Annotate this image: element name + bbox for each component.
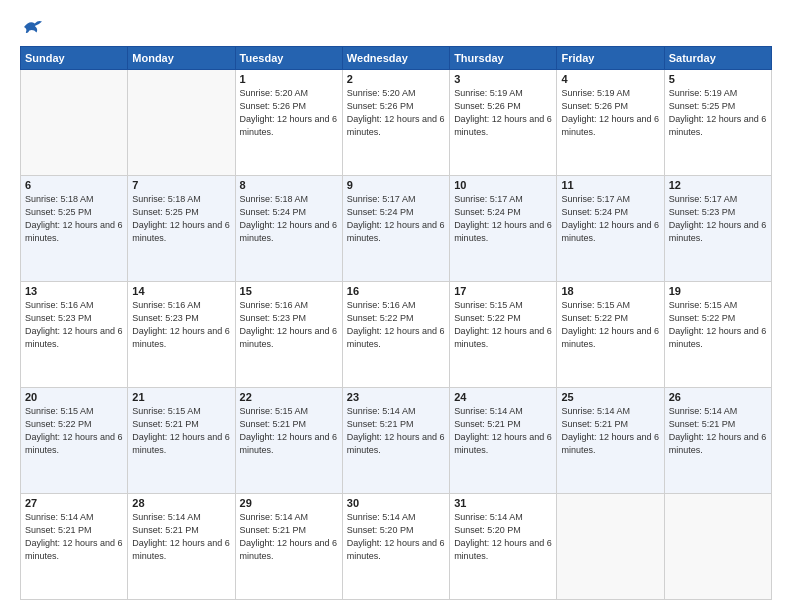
calendar-day-cell: 26Sunrise: 5:14 AMSunset: 5:21 PMDayligh… — [664, 388, 771, 494]
calendar-day-cell: 1Sunrise: 5:20 AMSunset: 5:26 PMDaylight… — [235, 70, 342, 176]
calendar-table: SundayMondayTuesdayWednesdayThursdayFrid… — [20, 46, 772, 600]
day-number: 10 — [454, 179, 552, 191]
day-info: Sunrise: 5:17 AMSunset: 5:23 PMDaylight:… — [669, 193, 767, 245]
day-info: Sunrise: 5:15 AMSunset: 5:22 PMDaylight:… — [454, 299, 552, 351]
day-info: Sunrise: 5:17 AMSunset: 5:24 PMDaylight:… — [454, 193, 552, 245]
day-number: 28 — [132, 497, 230, 509]
day-info: Sunrise: 5:18 AMSunset: 5:24 PMDaylight:… — [240, 193, 338, 245]
day-info: Sunrise: 5:15 AMSunset: 5:21 PMDaylight:… — [240, 405, 338, 457]
day-number: 25 — [561, 391, 659, 403]
day-number: 4 — [561, 73, 659, 85]
day-info: Sunrise: 5:14 AMSunset: 5:21 PMDaylight:… — [132, 511, 230, 563]
page: SundayMondayTuesdayWednesdayThursdayFrid… — [0, 0, 792, 612]
calendar-day-cell: 2Sunrise: 5:20 AMSunset: 5:26 PMDaylight… — [342, 70, 449, 176]
day-info: Sunrise: 5:19 AMSunset: 5:26 PMDaylight:… — [454, 87, 552, 139]
day-of-week-header: Friday — [557, 47, 664, 70]
day-number: 16 — [347, 285, 445, 297]
calendar-day-cell: 29Sunrise: 5:14 AMSunset: 5:21 PMDayligh… — [235, 494, 342, 600]
day-info: Sunrise: 5:17 AMSunset: 5:24 PMDaylight:… — [561, 193, 659, 245]
day-number: 7 — [132, 179, 230, 191]
calendar-day-cell: 18Sunrise: 5:15 AMSunset: 5:22 PMDayligh… — [557, 282, 664, 388]
day-info: Sunrise: 5:20 AMSunset: 5:26 PMDaylight:… — [347, 87, 445, 139]
calendar-day-cell — [21, 70, 128, 176]
day-number: 11 — [561, 179, 659, 191]
day-number: 27 — [25, 497, 123, 509]
day-number: 22 — [240, 391, 338, 403]
calendar-day-cell: 17Sunrise: 5:15 AMSunset: 5:22 PMDayligh… — [450, 282, 557, 388]
day-number: 9 — [347, 179, 445, 191]
day-number: 13 — [25, 285, 123, 297]
calendar-day-cell: 19Sunrise: 5:15 AMSunset: 5:22 PMDayligh… — [664, 282, 771, 388]
header — [20, 18, 772, 36]
day-number: 23 — [347, 391, 445, 403]
calendar-day-cell: 21Sunrise: 5:15 AMSunset: 5:21 PMDayligh… — [128, 388, 235, 494]
calendar-day-cell: 24Sunrise: 5:14 AMSunset: 5:21 PMDayligh… — [450, 388, 557, 494]
calendar-day-cell: 4Sunrise: 5:19 AMSunset: 5:26 PMDaylight… — [557, 70, 664, 176]
calendar-day-cell: 5Sunrise: 5:19 AMSunset: 5:25 PMDaylight… — [664, 70, 771, 176]
day-number: 1 — [240, 73, 338, 85]
day-info: Sunrise: 5:15 AMSunset: 5:22 PMDaylight:… — [561, 299, 659, 351]
day-number: 3 — [454, 73, 552, 85]
logo-bird-icon — [22, 18, 44, 36]
calendar-day-cell: 31Sunrise: 5:14 AMSunset: 5:20 PMDayligh… — [450, 494, 557, 600]
day-number: 21 — [132, 391, 230, 403]
day-info: Sunrise: 5:14 AMSunset: 5:20 PMDaylight:… — [454, 511, 552, 563]
day-number: 6 — [25, 179, 123, 191]
calendar-week-row: 20Sunrise: 5:15 AMSunset: 5:22 PMDayligh… — [21, 388, 772, 494]
logo — [20, 18, 46, 36]
calendar-day-cell: 6Sunrise: 5:18 AMSunset: 5:25 PMDaylight… — [21, 176, 128, 282]
day-number: 12 — [669, 179, 767, 191]
day-number: 5 — [669, 73, 767, 85]
day-number: 26 — [669, 391, 767, 403]
day-info: Sunrise: 5:16 AMSunset: 5:23 PMDaylight:… — [132, 299, 230, 351]
day-info: Sunrise: 5:19 AMSunset: 5:26 PMDaylight:… — [561, 87, 659, 139]
day-header-row: SundayMondayTuesdayWednesdayThursdayFrid… — [21, 47, 772, 70]
calendar-day-cell: 25Sunrise: 5:14 AMSunset: 5:21 PMDayligh… — [557, 388, 664, 494]
day-of-week-header: Tuesday — [235, 47, 342, 70]
day-info: Sunrise: 5:14 AMSunset: 5:20 PMDaylight:… — [347, 511, 445, 563]
calendar-day-cell: 30Sunrise: 5:14 AMSunset: 5:20 PMDayligh… — [342, 494, 449, 600]
calendar-day-cell: 16Sunrise: 5:16 AMSunset: 5:22 PMDayligh… — [342, 282, 449, 388]
day-number: 24 — [454, 391, 552, 403]
day-of-week-header: Monday — [128, 47, 235, 70]
day-info: Sunrise: 5:14 AMSunset: 5:21 PMDaylight:… — [669, 405, 767, 457]
day-info: Sunrise: 5:20 AMSunset: 5:26 PMDaylight:… — [240, 87, 338, 139]
day-number: 14 — [132, 285, 230, 297]
calendar-day-cell: 13Sunrise: 5:16 AMSunset: 5:23 PMDayligh… — [21, 282, 128, 388]
day-number: 29 — [240, 497, 338, 509]
day-number: 19 — [669, 285, 767, 297]
calendar-day-cell: 28Sunrise: 5:14 AMSunset: 5:21 PMDayligh… — [128, 494, 235, 600]
calendar-day-cell — [557, 494, 664, 600]
day-info: Sunrise: 5:14 AMSunset: 5:21 PMDaylight:… — [240, 511, 338, 563]
day-of-week-header: Saturday — [664, 47, 771, 70]
calendar-day-cell: 9Sunrise: 5:17 AMSunset: 5:24 PMDaylight… — [342, 176, 449, 282]
calendar-day-cell: 15Sunrise: 5:16 AMSunset: 5:23 PMDayligh… — [235, 282, 342, 388]
day-number: 18 — [561, 285, 659, 297]
calendar-day-cell: 22Sunrise: 5:15 AMSunset: 5:21 PMDayligh… — [235, 388, 342, 494]
calendar-body: 1Sunrise: 5:20 AMSunset: 5:26 PMDaylight… — [21, 70, 772, 600]
day-of-week-header: Wednesday — [342, 47, 449, 70]
day-number: 2 — [347, 73, 445, 85]
calendar-day-cell — [128, 70, 235, 176]
calendar-day-cell: 14Sunrise: 5:16 AMSunset: 5:23 PMDayligh… — [128, 282, 235, 388]
day-info: Sunrise: 5:15 AMSunset: 5:22 PMDaylight:… — [25, 405, 123, 457]
calendar-week-row: 13Sunrise: 5:16 AMSunset: 5:23 PMDayligh… — [21, 282, 772, 388]
calendar-week-row: 27Sunrise: 5:14 AMSunset: 5:21 PMDayligh… — [21, 494, 772, 600]
day-info: Sunrise: 5:15 AMSunset: 5:21 PMDaylight:… — [132, 405, 230, 457]
calendar-day-cell: 27Sunrise: 5:14 AMSunset: 5:21 PMDayligh… — [21, 494, 128, 600]
day-number: 30 — [347, 497, 445, 509]
day-info: Sunrise: 5:19 AMSunset: 5:25 PMDaylight:… — [669, 87, 767, 139]
calendar-day-cell: 7Sunrise: 5:18 AMSunset: 5:25 PMDaylight… — [128, 176, 235, 282]
day-of-week-header: Sunday — [21, 47, 128, 70]
calendar-day-cell: 11Sunrise: 5:17 AMSunset: 5:24 PMDayligh… — [557, 176, 664, 282]
day-number: 15 — [240, 285, 338, 297]
calendar-day-cell: 23Sunrise: 5:14 AMSunset: 5:21 PMDayligh… — [342, 388, 449, 494]
calendar-header: SundayMondayTuesdayWednesdayThursdayFrid… — [21, 47, 772, 70]
day-info: Sunrise: 5:18 AMSunset: 5:25 PMDaylight:… — [25, 193, 123, 245]
day-of-week-header: Thursday — [450, 47, 557, 70]
calendar-day-cell: 10Sunrise: 5:17 AMSunset: 5:24 PMDayligh… — [450, 176, 557, 282]
calendar-day-cell: 12Sunrise: 5:17 AMSunset: 5:23 PMDayligh… — [664, 176, 771, 282]
calendar-week-row: 1Sunrise: 5:20 AMSunset: 5:26 PMDaylight… — [21, 70, 772, 176]
day-info: Sunrise: 5:14 AMSunset: 5:21 PMDaylight:… — [25, 511, 123, 563]
calendar-day-cell: 8Sunrise: 5:18 AMSunset: 5:24 PMDaylight… — [235, 176, 342, 282]
